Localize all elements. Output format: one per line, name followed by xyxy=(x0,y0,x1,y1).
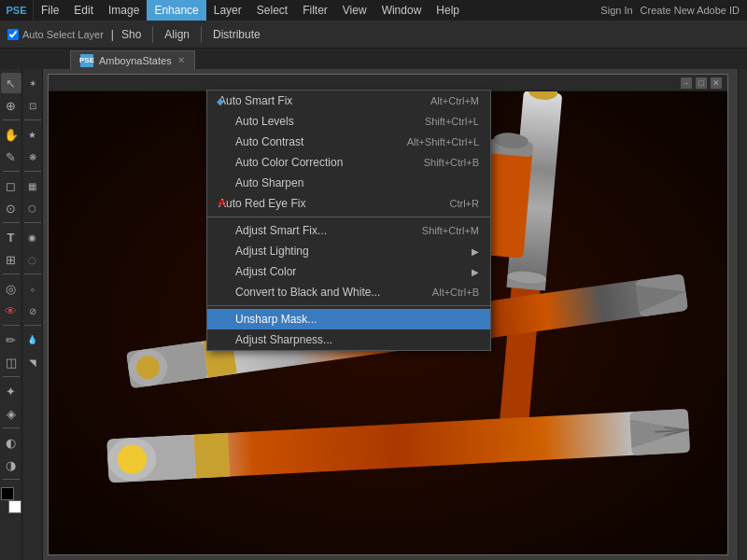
auto-smart-fix-label: Auto Smart Fix xyxy=(218,94,292,107)
distribute-label: Distribute xyxy=(213,28,261,41)
toolbar-separator-4 xyxy=(3,273,20,274)
app-logo: PSE xyxy=(0,0,34,21)
color-swatches[interactable] xyxy=(1,487,21,513)
convert-bw-shortcut: Alt+Ctrl+B xyxy=(432,287,479,298)
new-adobe-id-button[interactable]: Create New Adobe ID xyxy=(641,5,740,16)
adjust-color-arrow: ▶ xyxy=(472,267,479,277)
menu-auto-red-eye-fix[interactable]: 👁 Auto Red Eye Fix Ctrl+R xyxy=(207,193,490,214)
left-toolbar-secondary: ✶ ⊡ ★ ❋ ▦ ⬡ ◉ ◌ ⬦ ⊘ 💧 ◥ xyxy=(22,69,43,560)
shape-tool[interactable]: ★ xyxy=(22,124,43,145)
tab-close-button[interactable]: ✕ xyxy=(177,55,185,65)
menu-window[interactable]: Window xyxy=(374,0,430,21)
eraser-tool[interactable]: ◫ xyxy=(1,352,21,372)
dodge-tool[interactable]: ◑ xyxy=(1,455,21,475)
healing-tool[interactable]: ✦ xyxy=(1,381,21,401)
options-bar: Auto Select Layer | Sho Align Distribute xyxy=(0,21,747,49)
tab-label: AmboynaStates xyxy=(99,55,172,66)
sponge-tool[interactable]: ◉ xyxy=(22,227,43,247)
auto-contrast-label: Auto Contrast xyxy=(235,135,303,148)
auto-color-correction-label: Auto Color Correction xyxy=(235,156,343,169)
red-eye-icon: 👁 xyxy=(217,197,228,210)
menu-separator-2 xyxy=(207,305,490,306)
menu-auto-sharpen[interactable]: Auto Sharpen xyxy=(207,173,490,193)
content-area: − □ ✕ xyxy=(43,69,738,560)
menu-help[interactable]: Help xyxy=(429,0,467,21)
crop-tool[interactable]: ⊡ xyxy=(22,95,43,116)
doc-close-button[interactable]: ✕ xyxy=(711,77,722,89)
menu-file[interactable]: File xyxy=(34,0,66,21)
menu-auto-color-correction[interactable]: Auto Color Correction Shift+Ctrl+B xyxy=(207,152,490,173)
redeye-tool[interactable]: 👁 xyxy=(1,301,21,321)
menu-adjust-sharpness[interactable]: Adjust Sharpness... xyxy=(207,329,490,350)
selection-brush-tool[interactable]: ⬦ xyxy=(22,278,43,299)
doc-maximize-button[interactable]: □ xyxy=(696,77,707,89)
toolbar-separator-5 xyxy=(3,325,20,326)
menu-select[interactable]: Select xyxy=(249,0,295,21)
menu-bar: PSE File Edit Image Enhance Layer Select… xyxy=(0,0,747,21)
document-controls: − □ ✕ xyxy=(681,77,722,89)
auto-contrast-shortcut: Alt+Shift+Ctrl+L xyxy=(407,136,479,147)
clone-tool[interactable]: ◈ xyxy=(1,403,21,424)
menu-auto-levels[interactable]: Auto Levels Shift+Ctrl+L xyxy=(207,111,490,132)
straighten-tool[interactable]: ◥ xyxy=(22,352,43,372)
move-tool[interactable]: ↖ xyxy=(1,73,21,93)
menu-layer[interactable]: Layer xyxy=(206,0,249,21)
sign-in-button[interactable]: Sign In xyxy=(600,5,632,16)
smudge-tool[interactable]: ◌ xyxy=(22,249,43,270)
magic-wand-tool[interactable]: ✶ xyxy=(22,73,43,93)
gradient-tool[interactable]: ▦ xyxy=(22,175,43,196)
hand-tool[interactable]: ✋ xyxy=(1,124,21,145)
eyedropper-tool[interactable]: ◎ xyxy=(1,278,21,299)
left-toolbar: ↖ ⊕ ✋ ✎ ◻ ⊙ T ⊞ ◎ 👁 ✏ ◫ ✦ ◈ ◐ ◑ xyxy=(0,69,22,560)
menu-filter[interactable]: Filter xyxy=(295,0,335,21)
toolbar-separator-3 xyxy=(3,222,20,223)
right-panel xyxy=(738,69,747,560)
auto-select-checkbox[interactable] xyxy=(7,29,19,40)
auto-color-correction-shortcut: Shift+Ctrl+B xyxy=(424,157,479,168)
toolbar2-separator-3 xyxy=(24,222,41,223)
magic-eraser-tool[interactable]: ⊘ xyxy=(22,301,43,321)
menu-separator-1 xyxy=(207,217,490,217)
auto-smart-fix-icon: ◆ xyxy=(217,96,224,106)
text-tool[interactable]: T xyxy=(1,227,21,247)
menu-auto-smart-fix[interactable]: ◆ Auto Smart Fix Alt+Ctrl+M xyxy=(207,91,490,111)
menu-auto-contrast[interactable]: Auto Contrast Alt+Shift+Ctrl+L xyxy=(207,132,490,152)
tab-icon: PSE xyxy=(80,54,93,67)
adjust-smart-fix-shortcut: Shift+Ctrl+M xyxy=(422,225,479,236)
adjust-lighting-arrow: ▶ xyxy=(472,246,479,257)
zoom-tool[interactable]: ⊕ xyxy=(1,95,21,116)
menu-image[interactable]: Image xyxy=(101,0,147,21)
toolbar-separator-7 xyxy=(3,427,20,428)
adjust-color-label: Adjust Color xyxy=(235,265,296,278)
doc-minimize-button[interactable]: − xyxy=(681,77,692,89)
paint-bucket-tool[interactable]: ⬡ xyxy=(22,198,43,218)
toolbar-separator-6 xyxy=(3,376,20,377)
blur-tool[interactable]: ◐ xyxy=(1,432,21,453)
menu-edit[interactable]: Edit xyxy=(66,0,101,21)
menu-adjust-smart-fix[interactable]: Adjust Smart Fix... Shift+Ctrl+M xyxy=(207,220,490,241)
align-label: Align xyxy=(164,28,190,41)
workspace: ↖ ⊕ ✋ ✎ ◻ ⊙ T ⊞ ◎ 👁 ✏ ◫ ✦ ◈ ◐ ◑ ✶ ⊡ ★ ❋ xyxy=(0,69,747,560)
menu-adjust-lighting[interactable]: Adjust Lighting ▶ xyxy=(207,241,490,261)
options-divider xyxy=(152,26,153,43)
adjust-sharpness-label: Adjust Sharpness... xyxy=(235,333,332,346)
liquify-tool[interactable]: 💧 xyxy=(22,329,43,350)
document-tab[interactable]: PSE AmboynaStates ✕ xyxy=(70,50,195,69)
menu-convert-bw[interactable]: Convert to Black and White... Alt+Ctrl+B xyxy=(207,282,490,302)
transform-tool[interactable]: ⊞ xyxy=(1,249,21,270)
auto-sharpen-label: Auto Sharpen xyxy=(235,176,303,189)
auto-select-label: Auto Select Layer xyxy=(7,29,104,40)
menu-enhance[interactable]: Enhance xyxy=(147,0,205,21)
menu-adjust-color[interactable]: Adjust Color ▶ xyxy=(207,261,490,282)
select-tool[interactable]: ◻ xyxy=(1,175,21,196)
menu-view[interactable]: View xyxy=(335,0,374,21)
custom-shape-tool[interactable]: ❋ xyxy=(22,147,43,167)
toolbar-separator-8 xyxy=(3,479,20,480)
lasso-tool[interactable]: ⊙ xyxy=(1,198,21,218)
menu-unsharp-mask[interactable]: Unsharp Mask... xyxy=(207,309,490,329)
brush-tool[interactable]: ✏ xyxy=(1,329,21,350)
pencil-tool[interactable]: ✎ xyxy=(1,147,21,167)
toolbar2-separator-5 xyxy=(24,325,41,326)
toolbar2-separator-1 xyxy=(24,119,41,120)
auto-smart-fix-shortcut: Alt+Ctrl+M xyxy=(430,95,479,106)
